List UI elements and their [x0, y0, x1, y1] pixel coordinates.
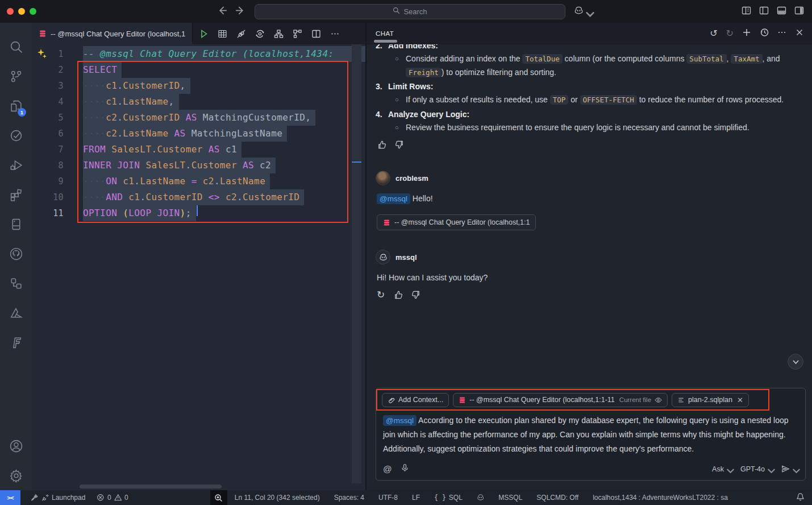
flyway-icon[interactable] — [2, 328, 30, 357]
schema-designer-icon[interactable] — [290, 26, 305, 41]
mssql-mention-chip[interactable]: @mssql — [377, 193, 410, 204]
azure-icon[interactable] — [2, 298, 30, 328]
toggle-secondary-sidebar-icon[interactable] — [794, 6, 804, 18]
thumbs-up-icon[interactable] — [377, 140, 386, 151]
editor-tab[interactable]: -- @mssql Chat Query Editor (localhost,1 — [32, 23, 193, 44]
add-context-button[interactable]: Add Context... — [382, 393, 449, 407]
sqlcmd-status[interactable]: SQLCMD: Off — [535, 494, 580, 502]
remote-indicator[interactable]: >< — [0, 490, 20, 505]
cursor-position-status[interactable]: Ln 11, Col 20 (342 selected) — [234, 494, 321, 502]
search-view-icon[interactable] — [2, 32, 30, 61]
toggle-primary-sidebar-icon[interactable] — [759, 6, 769, 18]
explorer-icon[interactable]: 1 — [2, 91, 30, 121]
command-center-search[interactable]: Search — [255, 4, 565, 19]
query-plan-icon[interactable] — [271, 26, 286, 41]
zoom-indicator — [210, 490, 227, 505]
selected-code: ····AND c1.CustomerID <> c2.CustomerID — [83, 189, 304, 205]
copilot-sparkle-icon[interactable] — [36, 48, 48, 60]
more-actions-icon[interactable] — [327, 26, 342, 41]
eye-icon[interactable] — [655, 396, 662, 404]
indentation-status[interactable]: Spaces: 4 — [333, 494, 365, 502]
redo-icon[interactable]: ↻ — [726, 29, 734, 38]
chat-history-icon[interactable] — [760, 28, 769, 39]
query-history-icon[interactable] — [2, 121, 30, 150]
code-line[interactable]: 6····c2.LastName AS MatchingLastName — [32, 126, 365, 142]
microphone-icon[interactable] — [401, 463, 409, 474]
line-number: 6 — [32, 126, 64, 142]
assistant-list-item: 4.Analyze Query Logic:○Review the busine… — [376, 108, 802, 134]
code-line[interactable]: 4····c1.LastName, — [32, 94, 365, 110]
thumbs-down-icon[interactable] — [395, 140, 405, 151]
remove-context-icon[interactable]: ✕ — [737, 396, 743, 404]
sqlplan-context-chip[interactable]: plan-2.sqlplan ✕ — [672, 393, 749, 407]
code-line[interactable]: 10····AND c1.CustomerID <> c2.CustomerID — [32, 189, 365, 205]
code-line[interactable]: 7FROM SalesLT.Customer AS c1 — [32, 142, 365, 158]
close-chat-icon[interactable] — [795, 28, 804, 39]
scroll-to-bottom-button[interactable] — [788, 354, 803, 370]
message-attachment-chip[interactable]: -- @mssql Chat Query Editor (localhost,1… — [377, 214, 536, 230]
source-control-icon[interactable] — [2, 61, 30, 91]
execute-query-icon[interactable] — [196, 26, 211, 41]
estimated-plan-icon[interactable] — [252, 26, 267, 41]
problems-status[interactable]: 0 0 — [95, 494, 129, 502]
close-window-button[interactable] — [7, 8, 14, 15]
github-icon[interactable] — [2, 239, 30, 268]
chat-more-actions-icon[interactable] — [777, 28, 786, 39]
back-icon[interactable] — [218, 6, 227, 18]
send-button[interactable] — [781, 465, 797, 473]
toggle-panel-icon[interactable] — [777, 6, 786, 18]
editor-vertical-scrollbar[interactable] — [352, 44, 361, 483]
chat-input-text[interactable]: @mssql According to the execution plan s… — [376, 408, 805, 458]
mssql-status[interactable]: MSSQL — [497, 494, 523, 502]
code-line[interactable]: 3····c1.CustomerID, — [32, 78, 365, 94]
copilot-status-icon[interactable] — [476, 494, 486, 502]
eol-status[interactable]: LF — [411, 494, 421, 502]
mode-dropdown[interactable]: Ask — [712, 465, 731, 473]
encoding-status[interactable]: UTF-8 — [377, 494, 399, 502]
code-line[interactable]: 5····c2.CustomerID AS MatchingCustomerID… — [32, 110, 365, 126]
retry-icon[interactable]: ↻ — [377, 290, 385, 301]
minimize-window-button[interactable] — [18, 8, 25, 15]
search-icon — [393, 7, 400, 16]
editor-horizontal-scrollbar[interactable] — [80, 485, 222, 489]
code-line[interactable]: 2SELECT — [32, 62, 365, 78]
zoom-window-button[interactable] — [30, 8, 36, 15]
mention-icon[interactable]: @ — [383, 464, 392, 474]
new-chat-icon[interactable] — [742, 28, 751, 39]
code-editor[interactable]: 1-- @mssql Chat Query Editor (localhost,… — [32, 44, 365, 490]
current-file-context-chip[interactable]: -- @mssql Chat Query Editor (localhost,1… — [453, 393, 668, 407]
launchpad-status[interactable]: Launchpad — [30, 494, 86, 502]
chat-input-container[interactable]: Add Context... -- @mssql Chat Query Edit… — [376, 388, 806, 481]
list-bullet-text: Consider adding an index on the TotalDue… — [406, 52, 802, 79]
thumbs-down-icon[interactable] — [411, 290, 421, 301]
copilot-menu-button[interactable] — [574, 6, 590, 18]
explorer-badge: 1 — [18, 108, 26, 117]
forward-icon[interactable] — [235, 6, 245, 18]
thumbs-up-icon[interactable] — [393, 290, 403, 301]
model-dropdown[interactable]: GPT-4o — [740, 465, 772, 473]
connection-status[interactable]: localhost,1434 : AdventureWorksLT2022 : … — [592, 494, 729, 502]
language-mode-status[interactable]: { }SQL — [433, 494, 464, 502]
results-grid-icon[interactable] — [215, 26, 230, 41]
run-debug-icon[interactable] — [2, 150, 30, 180]
chevron-down-icon — [767, 466, 772, 471]
inline-code-chip: SubTotal — [686, 54, 726, 64]
assistant-list-item: 3.Limit Rows:○If only a subset of result… — [376, 80, 802, 107]
remote-explorer-icon[interactable] — [2, 268, 30, 298]
split-editor-icon[interactable] — [309, 26, 323, 41]
extensions-icon[interactable] — [2, 180, 30, 209]
undo-icon[interactable]: ↺ — [710, 29, 717, 38]
disconnect-icon[interactable] — [234, 26, 248, 41]
code-line[interactable]: 8INNER JOIN SalesLT.Customer AS c2 — [32, 158, 365, 173]
send-icon — [781, 465, 790, 473]
settings-gear-icon[interactable] — [2, 461, 30, 490]
chat-message-list[interactable]: 2.Add Indexes:○Consider adding an index … — [367, 44, 812, 388]
code-line[interactable]: 9····ON c1.LastName = c2.LastName — [32, 173, 365, 189]
line-number: 9 — [32, 173, 64, 189]
code-line[interactable]: 1-- @mssql Chat Query Editor (localhost,… — [32, 46, 365, 62]
account-icon[interactable] — [2, 431, 30, 461]
code-line[interactable]: 11OPTION (LOOP JOIN); — [32, 205, 365, 221]
notifications-bell-icon[interactable] — [796, 492, 805, 503]
customize-layout-icon[interactable] — [742, 6, 751, 18]
database-view-icon[interactable] — [2, 209, 30, 239]
